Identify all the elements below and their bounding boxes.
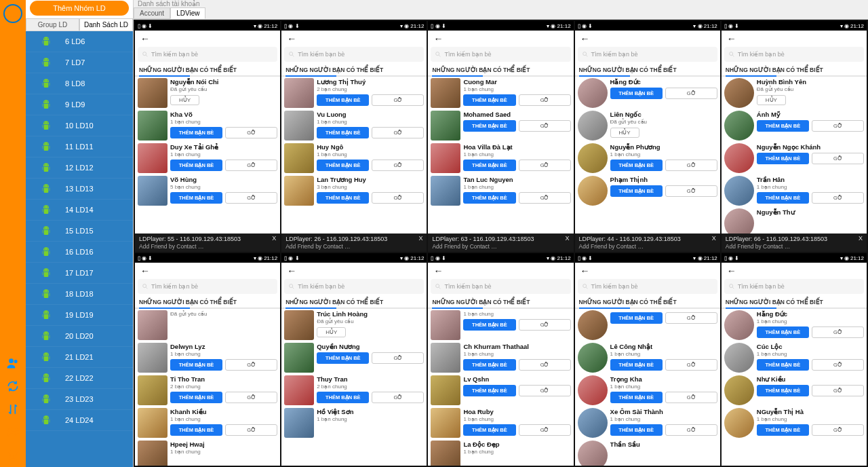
avatar[interactable] [138, 343, 167, 373]
add-friend-button[interactable]: THÊM BẠN BÈ [610, 312, 663, 324]
avatar[interactable] [431, 176, 460, 206]
add-friend-button[interactable]: THÊM BẠN BÈ [757, 424, 809, 436]
add-friend-button[interactable]: THÊM BẠN BÈ [463, 120, 515, 132]
avatar[interactable] [431, 310, 460, 340]
search-input[interactable]: Tìm kiếm bạn bè [578, 47, 717, 62]
add-friend-button[interactable]: THÊM BẠN BÈ [463, 160, 515, 171]
sidebar-item[interactable]: 16 LD16 [26, 242, 133, 263]
avatar[interactable] [724, 111, 754, 141]
remove-button[interactable]: GỠ [665, 312, 717, 324]
add-friend-button[interactable]: THÊM BẠN BÈ [170, 359, 222, 371]
friend-list[interactable]: 1 bạn chungTHÊM BẠN BÈGỠCh Khurram Thath… [428, 309, 573, 466]
back-icon[interactable]: ← [140, 33, 150, 44]
remove-button[interactable]: GỠ [519, 120, 571, 132]
avatar[interactable] [578, 375, 608, 405]
avatar[interactable] [138, 111, 167, 141]
remove-button[interactable]: GỠ [519, 319, 571, 331]
cancel-button[interactable]: HỦY [170, 95, 199, 105]
avatar[interactable] [578, 78, 608, 108]
add-friend-button[interactable]: THÊM BẠN BÈ [170, 424, 222, 436]
avatar[interactable] [578, 408, 608, 438]
search-input[interactable]: Tìm kiếm bạn bè [724, 47, 864, 62]
remove-button[interactable]: GỠ [225, 424, 277, 436]
add-friend-button[interactable]: THÊM BẠN BÈ [757, 359, 809, 371]
back-icon[interactable]: ← [580, 33, 590, 44]
avatar[interactable] [284, 408, 314, 438]
add-friend-button[interactable]: THÊM BẠN BÈ [610, 424, 663, 436]
avatar[interactable] [138, 176, 167, 206]
avatar[interactable] [578, 343, 608, 373]
avatar[interactable] [284, 111, 314, 141]
friend-list[interactable]: Đã gửi yêu cầuDelwyn Lyz1 bạn chungTHÊM … [135, 309, 280, 466]
sidebar-item[interactable]: 22 LD22 [26, 368, 133, 389]
remove-button[interactable]: GỠ [519, 424, 571, 436]
add-group-button[interactable]: Thêm Nhóm LD [30, 1, 129, 16]
cancel-button[interactable]: HỦY [610, 128, 639, 138]
avatar[interactable] [431, 111, 460, 141]
add-friend-button[interactable]: THÊM BẠN BÈ [463, 319, 515, 331]
sidebar-item[interactable]: 12 LD12 [26, 157, 133, 179]
sidebar-item[interactable]: 21 LD21 [26, 347, 133, 368]
main-tab-ldview[interactable]: LDView [170, 7, 205, 19]
avatar[interactable] [578, 441, 608, 466]
friend-list[interactable]: THÊM BẠN BÈGỠLê Công Nhật1 bạn chungTHÊM… [575, 309, 720, 466]
add-friend-button[interactable]: THÊM BẠN BÈ [170, 160, 222, 171]
avatar[interactable] [578, 176, 608, 206]
back-icon[interactable]: ← [433, 33, 443, 44]
friend-list[interactable]: Trúc Linh HoàngĐã gửi yêu cầuHỦYQuyền Nư… [281, 309, 427, 466]
friend-list[interactable]: Lương Thị Thuý2 bạn chungTHÊM BẠN BÈGỠVu… [281, 77, 427, 234]
search-input[interactable]: Tìm kiếm bạn bè [138, 47, 277, 62]
add-friend-button[interactable]: THÊM BẠN BÈ [757, 153, 809, 164]
remove-button[interactable]: GỠ [225, 392, 277, 403]
remove-button[interactable]: GỠ [372, 127, 424, 138]
add-friend-button[interactable]: THÊM BẠN BÈ [170, 192, 222, 204]
remove-button[interactable]: GỠ [372, 192, 424, 204]
remove-button[interactable]: GỠ [225, 192, 277, 204]
remove-button[interactable]: GỠ [665, 424, 717, 436]
avatar[interactable] [138, 78, 167, 108]
sidebar-tab-group[interactable]: Group LD [26, 18, 79, 31]
remove-button[interactable]: GỠ [225, 127, 277, 138]
avatar[interactable] [431, 143, 460, 173]
avatar[interactable] [431, 78, 460, 108]
avatar[interactable] [578, 143, 608, 173]
friend-list[interactable]: Huỳnh Bình YênĐã gửi yêu cầuHỦYÁnh MỹTHÊ… [722, 77, 867, 234]
remove-button[interactable]: GỠ [519, 160, 571, 171]
back-icon[interactable]: ← [433, 265, 443, 276]
add-friend-button[interactable]: THÊM BẠN BÈ [463, 192, 515, 204]
add-friend-button[interactable]: THÊM BẠN BÈ [317, 127, 369, 138]
avatar[interactable] [724, 78, 754, 108]
users-icon[interactable] [5, 356, 20, 371]
close-icon[interactable]: X [566, 235, 570, 242]
back-icon[interactable]: ← [580, 265, 590, 276]
cancel-button[interactable]: HỦY [757, 95, 786, 105]
cancel-button[interactable]: HỦY [317, 327, 346, 337]
remove-button[interactable]: GỠ [812, 120, 864, 132]
add-friend-button[interactable]: THÊM BẠN BÈ [610, 160, 663, 171]
avatar[interactable] [138, 310, 167, 340]
sidebar-item[interactable]: 20 LD20 [26, 326, 133, 347]
avatar[interactable] [284, 143, 314, 173]
avatar[interactable] [284, 78, 314, 108]
search-input[interactable]: Tìm kiếm bạn bè [724, 279, 864, 294]
remove-button[interactable]: GỠ [665, 185, 717, 197]
avatar[interactable] [431, 375, 460, 405]
add-friend-button[interactable]: THÊM BẠN BÈ [463, 94, 515, 106]
back-icon[interactable]: ← [287, 265, 296, 276]
sidebar-item[interactable]: 11 LD11 [26, 136, 133, 157]
sort-icon[interactable] [5, 402, 20, 417]
search-input[interactable]: Tìm kiếm bạn bè [431, 279, 570, 294]
remove-button[interactable]: GỠ [665, 88, 717, 99]
remove-button[interactable]: GỠ [372, 160, 424, 171]
remove-button[interactable]: GỠ [812, 192, 864, 204]
avatar[interactable] [138, 441, 167, 466]
close-icon[interactable]: X [272, 235, 276, 242]
add-friend-button[interactable]: THÊM BẠN BÈ [317, 160, 369, 171]
remove-button[interactable]: GỠ [225, 160, 277, 171]
friend-list[interactable]: Nguyễn Nói ChiĐã gửi yêu cầuHỦYKha Võ1 b… [135, 77, 280, 234]
avatar[interactable] [431, 343, 460, 373]
add-friend-button[interactable]: THÊM BẠN BÈ [317, 94, 369, 106]
add-friend-button[interactable]: THÊM BẠN BÈ [757, 192, 809, 204]
remove-button[interactable]: GỠ [225, 359, 277, 371]
friend-list[interactable]: Hằng Đức1 bạn chungTHÊM BẠN BÈGỠCúc Lộc1… [722, 309, 867, 466]
